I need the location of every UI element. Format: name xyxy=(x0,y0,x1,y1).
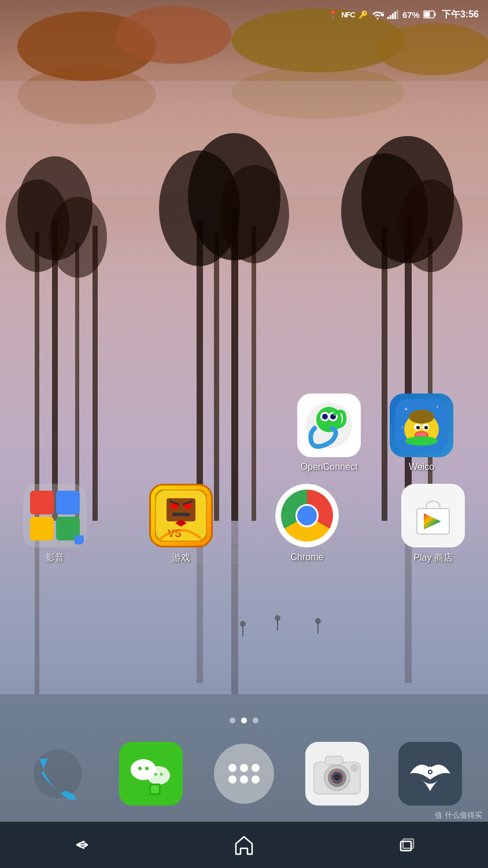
app-yingyin[interactable]: 影音 xyxy=(17,484,93,564)
svg-point-89 xyxy=(154,773,157,776)
svg-text:✦: ✦ xyxy=(404,407,408,412)
svg-rect-47 xyxy=(397,10,398,19)
svg-rect-92 xyxy=(151,785,159,793)
phone-icon xyxy=(26,742,90,806)
app-youxi[interactable]: VS 游戏 xyxy=(143,484,219,564)
app-chrome[interactable]: Chrome xyxy=(269,484,345,564)
openconnect-icon xyxy=(297,393,361,457)
key-icon: 🔑 xyxy=(358,10,368,19)
dock-phone[interactable] xyxy=(20,742,95,809)
svg-point-97 xyxy=(228,775,236,784)
dock-talon[interactable] xyxy=(393,742,468,809)
dock xyxy=(0,729,488,822)
svg-point-90 xyxy=(160,773,163,776)
svg-rect-112 xyxy=(403,839,413,848)
youxi-icon: VS xyxy=(149,484,213,547)
svg-point-69 xyxy=(405,436,438,446)
nav-home-button[interactable] xyxy=(221,827,267,862)
svg-rect-44 xyxy=(390,15,391,19)
location-icon: 📍 xyxy=(328,10,338,19)
svg-rect-45 xyxy=(392,13,394,19)
svg-point-110 xyxy=(429,771,431,773)
svg-point-88 xyxy=(145,767,149,770)
svg-point-68 xyxy=(416,432,427,437)
svg-point-98 xyxy=(240,775,248,784)
svg-point-86 xyxy=(147,766,170,785)
nav-bar xyxy=(0,822,488,868)
nav-recents-button[interactable] xyxy=(383,827,430,862)
svg-rect-42 xyxy=(381,14,384,16)
watermark: 值 什么值得买 xyxy=(435,810,482,821)
svg-point-83 xyxy=(34,749,82,798)
battery-icon xyxy=(423,10,436,19)
wechat-icon xyxy=(119,742,183,806)
svg-point-96 xyxy=(252,764,260,772)
svg-point-106 xyxy=(351,764,358,771)
app-play[interactable]: Play 商店 xyxy=(395,484,471,564)
yingyin-label: 影音 xyxy=(46,552,64,564)
wifi-lock-icon xyxy=(371,9,384,20)
nav-back-button[interactable] xyxy=(58,827,105,862)
svg-rect-43 xyxy=(387,17,389,19)
dock-wechat[interactable] xyxy=(113,742,188,809)
svg-point-55 xyxy=(322,414,328,420)
svg-rect-102 xyxy=(326,756,343,765)
svg-point-87 xyxy=(138,767,142,770)
svg-point-94 xyxy=(228,764,236,772)
status-icons: 📍 NFC 🔑 67% 下午3:56 xyxy=(328,9,479,21)
svg-point-65 xyxy=(416,426,420,429)
svg-point-99 xyxy=(252,775,260,784)
svg-rect-111 xyxy=(401,841,411,851)
app-openconnect[interactable]: OpenConnect xyxy=(291,393,367,472)
weico-label: Weico xyxy=(409,462,434,472)
app-weico[interactable]: ✦ ✦ ✦ xyxy=(384,393,459,472)
app-row-top: OpenConnect ✦ ✦ ✦ xyxy=(17,393,471,472)
page-dot-3 xyxy=(253,718,258,723)
svg-rect-49 xyxy=(424,12,430,17)
battery-percent: 67% xyxy=(402,10,420,20)
app-row-main: 影音 xyxy=(17,484,471,564)
openconnect-label: OpenConnect xyxy=(301,462,358,472)
chrome-icon-wrapper xyxy=(275,484,339,547)
dock-camera[interactable] xyxy=(300,742,375,809)
svg-text:✦: ✦ xyxy=(436,405,439,409)
play-icon xyxy=(401,484,465,547)
svg-point-93 xyxy=(214,744,274,804)
app-drawer-icon xyxy=(212,742,276,806)
signal-icon xyxy=(387,10,399,19)
yingyin-icon xyxy=(23,484,87,547)
svg-point-62 xyxy=(409,410,434,424)
svg-point-41 xyxy=(376,18,378,20)
nfc-icon: NFC xyxy=(341,10,355,19)
svg-point-66 xyxy=(424,426,428,429)
page-dot-2 xyxy=(241,718,247,723)
status-bar: 📍 NFC 🔑 67% 下午3:56 xyxy=(0,0,488,29)
dock-app-drawer[interactable] xyxy=(206,742,282,809)
page-indicator xyxy=(0,718,488,723)
camera-icon xyxy=(305,742,369,806)
svg-rect-76 xyxy=(172,513,190,516)
svg-text:✦: ✦ xyxy=(401,425,404,429)
status-time: 下午3:56 xyxy=(442,9,479,21)
youxi-label: 游戏 xyxy=(172,552,190,564)
page-dot-1 xyxy=(230,718,235,723)
svg-point-95 xyxy=(240,764,248,772)
chrome-label: Chrome xyxy=(291,552,324,562)
weico-icon: ✦ ✦ ✦ xyxy=(390,393,453,457)
play-label: Play 商店 xyxy=(413,552,453,564)
app-grid: OpenConnect ✦ ✦ ✦ xyxy=(0,393,488,576)
svg-rect-50 xyxy=(434,13,435,16)
svg-rect-46 xyxy=(394,12,396,19)
talon-icon xyxy=(398,742,462,806)
